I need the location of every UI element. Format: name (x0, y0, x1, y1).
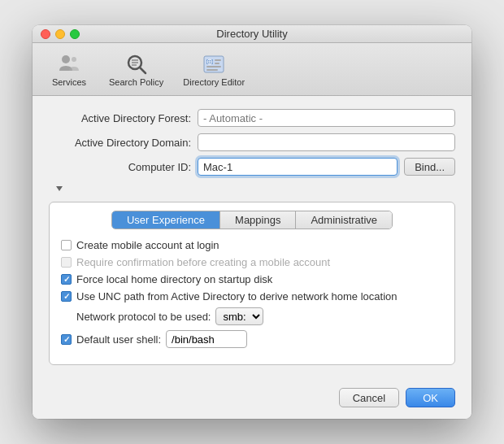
services-label: Services (52, 77, 86, 87)
tab-administrative[interactable]: Administrative (296, 211, 392, 229)
option-mobile-account: Create mobile account at login (61, 239, 443, 251)
checkbox-mobile-account[interactable] (61, 240, 72, 250)
toolbar-item-services[interactable]: Services (41, 48, 98, 90)
computer-id-input[interactable] (198, 158, 398, 176)
tab-mappings[interactable]: Mappings (220, 211, 296, 229)
minimize-button[interactable] (55, 29, 65, 39)
cancel-button[interactable]: Cancel (339, 388, 399, 407)
network-protocol-row: Network protocol to be used: smb: afp: (61, 307, 443, 325)
directory-editor-label: Directory Editor (183, 77, 245, 87)
svg-rect-10 (215, 63, 219, 64)
main-window: Directory Utility Services Search Policy (33, 25, 471, 419)
computer-id-row: Computer ID: Bind... (49, 158, 455, 176)
default-shell-row: Default user shell: (61, 330, 443, 348)
checkbox-force-local-home[interactable] (61, 274, 72, 285)
directory-editor-icon (201, 51, 227, 77)
checkbox-default-shell[interactable] (61, 334, 72, 345)
disclosure-triangle[interactable] (56, 186, 63, 191)
network-protocol-select[interactable]: smb: afp: (215, 307, 263, 325)
tab-user-experience[interactable]: User Experience (112, 211, 220, 229)
option-use-unc-path-label: Use UNC path from Active Directory to de… (76, 290, 398, 303)
search-policy-label: Search Policy (109, 77, 163, 87)
forest-row: Active Directory Forest: (49, 109, 455, 127)
checkbox-use-unc-path[interactable] (61, 291, 72, 302)
svg-point-1 (72, 57, 76, 62)
toolbar-item-search-policy[interactable]: Search Policy (101, 48, 172, 90)
svg-rect-9 (215, 59, 221, 61)
default-shell-label: Default user shell: (76, 333, 161, 346)
svg-rect-11 (206, 66, 221, 67)
checkbox-require-confirmation[interactable] (61, 257, 72, 268)
window-title: Directory Utility (216, 28, 287, 40)
option-mobile-account-label: Create mobile account at login (76, 239, 219, 251)
svg-rect-12 (206, 69, 218, 71)
tab-bar: User Experience Mappings Administrative (111, 211, 393, 229)
domain-row: Active Directory Domain: (49, 133, 455, 151)
close-button[interactable] (41, 29, 50, 39)
tab-section: User Experience Mappings Administrative … (49, 202, 455, 365)
footer: Cancel OK (33, 378, 471, 419)
computer-id-label: Computer ID: (49, 161, 191, 173)
domain-input[interactable] (198, 133, 455, 151)
option-force-local-home-label: Force local home directory on startup di… (76, 273, 272, 285)
domain-label: Active Directory Domain: (49, 137, 191, 149)
svg-point-0 (62, 55, 70, 63)
network-protocol-label: Network protocol to be used: (76, 311, 211, 323)
toolbar: Services Search Policy (33, 43, 471, 96)
default-shell-input[interactable] (166, 330, 247, 348)
traffic-lights (41, 29, 80, 39)
titlebar: Directory Utility (33, 25, 471, 43)
services-icon (56, 51, 82, 77)
svg-line-3 (140, 67, 146, 73)
option-require-confirmation: Require confirmation before creating a m… (61, 256, 443, 268)
forest-label: Active Directory Forest: (49, 112, 191, 124)
option-use-unc-path: Use UNC path from Active Directory to de… (61, 290, 443, 303)
ok-button[interactable]: OK (406, 388, 455, 407)
toolbar-item-directory-editor[interactable]: Directory Editor (175, 48, 253, 90)
option-require-confirmation-label: Require confirmation before creating a m… (76, 256, 330, 268)
maximize-button[interactable] (70, 29, 80, 39)
forest-input[interactable] (198, 109, 455, 127)
disclosure-row (49, 182, 455, 198)
option-force-local-home: Force local home directory on startup di… (61, 273, 443, 285)
bind-button[interactable]: Bind... (404, 158, 455, 176)
content-area: Active Directory Forest: Active Director… (33, 96, 471, 378)
search-policy-icon (124, 51, 150, 77)
